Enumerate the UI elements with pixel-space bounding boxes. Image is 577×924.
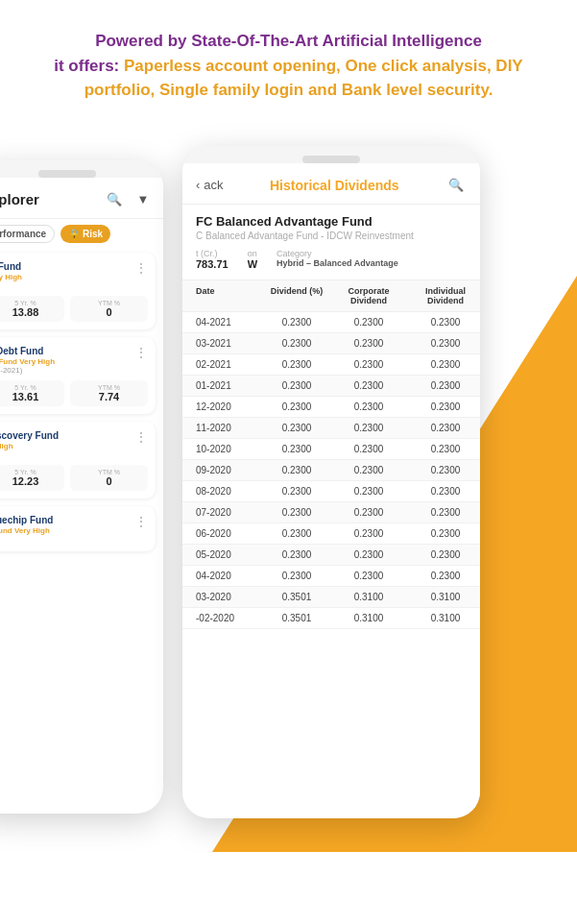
on-label: on xyxy=(248,249,257,258)
tab-risk[interactable]: 🔒 Risk xyxy=(60,225,110,243)
cell-individual: 0.2300 xyxy=(407,486,480,497)
fund-4-risk: o Fund Very High xyxy=(0,526,53,535)
col-corporate: Corporate Dividend xyxy=(330,286,407,305)
fund-3-stat2: YTM % 0 xyxy=(70,465,148,491)
cell-dividend: 0.2300 xyxy=(263,338,330,349)
cell-individual: 0.2300 xyxy=(407,549,480,560)
cell-dividend: 0.2300 xyxy=(263,571,330,581)
cell-dividend: 0.2300 xyxy=(263,444,330,454)
fund-card-1-info: ip Fund Very High 1) xyxy=(0,260,22,290)
cell-dividend: 0.2300 xyxy=(263,359,330,370)
cell-individual: 0.2300 xyxy=(407,444,480,454)
cell-individual: 0.2300 xyxy=(407,528,480,539)
cell-dividend: 0.2300 xyxy=(263,528,330,539)
cell-date: 08-2020 xyxy=(196,486,263,497)
meta-on: on W xyxy=(248,249,257,270)
fund-card-4-info: Bluechip Fund o Fund Very High 1) xyxy=(0,514,53,544)
fund-3-stats: 5 Yr. % 12.23 YTM % 0 xyxy=(0,465,148,491)
phones-container: Explorer 🔍 ▼ Performance 🔒 Risk ip Fund … xyxy=(0,122,577,852)
phone-notch-left xyxy=(38,170,96,178)
cell-dividend: 0.2300 xyxy=(263,317,330,328)
cell-corporate: 0.2300 xyxy=(330,317,407,328)
fund-3-menu[interactable]: ⋮ xyxy=(134,429,148,445)
cell-date: 04-2020 xyxy=(196,571,263,581)
header-text: Powered by State-Of-The-Art Artificial I… xyxy=(38,29,539,103)
cell-individual: 0.2300 xyxy=(407,507,480,518)
cell-individual: 0.3100 xyxy=(407,613,480,623)
fund-2-name: & Debt Fund xyxy=(0,345,55,357)
cell-date: 09-2020 xyxy=(196,465,263,475)
cell-individual: 0.2300 xyxy=(407,423,480,433)
back-button[interactable]: ‹ ack xyxy=(196,178,224,192)
table-row: 02-2021 0.2300 0.2300 0.2300 xyxy=(182,354,480,376)
back-label: ack xyxy=(204,178,223,192)
table-row: 05-2020 0.2300 0.2300 0.2300 xyxy=(182,545,480,566)
cell-individual: 0.2300 xyxy=(407,465,480,475)
cell-corporate: 0.2300 xyxy=(330,401,407,412)
filter-tabs: Performance 🔒 Risk xyxy=(0,219,163,249)
aum-value: 783.71 xyxy=(196,258,228,270)
fund-1-stat1: 5 Yr. % 13.88 xyxy=(0,296,64,322)
dividends-table: Date Dividend (%) Corporate Dividend Ind… xyxy=(182,280,480,818)
tab-performance[interactable]: Performance xyxy=(0,225,55,243)
cell-dividend: 0.2300 xyxy=(263,465,330,475)
fund-1-date: 1) xyxy=(0,281,22,290)
fund-4-menu[interactable]: ⋮ xyxy=(134,514,148,529)
fund-card-2-info: & Debt Fund rid Fund Very High (-03-2021… xyxy=(0,345,55,375)
cell-individual: 0.2300 xyxy=(407,359,480,370)
phone-right-inner: ‹ ack Historical Dividends 🔍 FC Balanced… xyxy=(182,163,480,818)
cell-date: 04-2021 xyxy=(196,317,263,328)
fund-4-name: Bluechip Fund xyxy=(0,514,53,526)
cell-corporate: 0.3100 xyxy=(330,592,407,602)
cell-corporate: 0.3100 xyxy=(330,613,407,623)
fund-card-4[interactable]: Bluechip Fund o Fund Very High 1) ⋮ xyxy=(0,506,156,551)
cell-date: 12-2020 xyxy=(196,401,263,412)
phone-left-inner: Explorer 🔍 ▼ Performance 🔒 Risk ip Fund … xyxy=(0,178,163,814)
fund-card-2[interactable]: & Debt Fund rid Fund Very High (-03-2021… xyxy=(0,337,156,414)
cell-corporate: 0.2300 xyxy=(330,423,407,433)
fund-2-menu[interactable]: ⋮ xyxy=(134,345,148,360)
fund-2-risk: rid Fund Very High xyxy=(0,357,55,366)
cell-date: 05-2020 xyxy=(196,549,263,560)
table-row: 03-2020 0.3501 0.3100 0.3100 xyxy=(182,587,480,608)
cell-dividend: 0.2300 xyxy=(263,401,330,412)
cell-dividend: 0.2300 xyxy=(263,486,330,497)
cell-date: 06-2020 xyxy=(196,528,263,539)
cell-corporate: 0.2300 xyxy=(330,528,407,539)
cell-corporate: 0.2300 xyxy=(330,571,407,581)
table-row: 03-2021 0.2300 0.2300 0.2300 xyxy=(182,333,480,354)
cell-corporate: 0.2300 xyxy=(330,359,407,370)
right-phone-title: Historical Dividends xyxy=(270,178,399,193)
fund-1-risk: Very High xyxy=(0,273,22,281)
left-icons: 🔍 ▼ xyxy=(104,189,154,210)
fund-1-stat2: YTM % 0 xyxy=(70,296,148,322)
fund-card-1[interactable]: ip Fund Very High 1) ⋮ 5 Yr. % 13.88 YTM… xyxy=(0,253,156,329)
search-icon[interactable]: 🔍 xyxy=(104,189,125,210)
fund-1-name: ip Fund xyxy=(0,260,22,273)
cell-corporate: 0.2300 xyxy=(330,549,407,560)
cell-corporate: 0.2300 xyxy=(330,444,407,454)
filter-icon[interactable]: ▼ xyxy=(132,189,154,210)
phone-notch-right xyxy=(302,156,360,163)
cell-date: 01-2021 xyxy=(196,380,263,391)
phone-left: Explorer 🔍 ▼ Performance 🔒 Risk ip Fund … xyxy=(0,160,163,814)
fund-card-3[interactable]: Discovery Fund ry High 1) ⋮ 5 Yr. % 12.2… xyxy=(0,422,156,498)
table-row: 07-2020 0.2300 0.2300 0.2300 xyxy=(182,502,480,523)
col-date: Date xyxy=(196,286,263,305)
cell-date: -02-2020 xyxy=(196,613,263,623)
cell-corporate: 0.2300 xyxy=(330,380,407,391)
right-phone-header: ‹ ack Historical Dividends 🔍 xyxy=(182,163,480,205)
left-phone-header: Explorer 🔍 ▼ xyxy=(0,178,163,219)
aum-label: t (Cr.) xyxy=(196,249,228,258)
fund-main-name: FC Balanced Advantage Fund xyxy=(196,214,467,229)
right-search-icon[interactable]: 🔍 xyxy=(445,175,467,196)
cell-dividend: 0.2300 xyxy=(263,507,330,518)
explorer-title: Explorer xyxy=(0,191,39,207)
fund-2-stats: 5 Yr. % 13.61 YTM % 7.74 xyxy=(0,380,148,406)
header-line2-normal: it offers: xyxy=(54,57,124,75)
category-value: Hybrid – Balanced Advantage xyxy=(276,258,398,268)
table-row: -02-2020 0.3501 0.3100 0.3100 xyxy=(182,608,480,629)
cell-corporate: 0.2300 xyxy=(330,486,407,497)
fund-card-2-header: & Debt Fund rid Fund Very High (-03-2021… xyxy=(0,345,148,375)
fund-1-menu[interactable]: ⋮ xyxy=(134,260,148,276)
